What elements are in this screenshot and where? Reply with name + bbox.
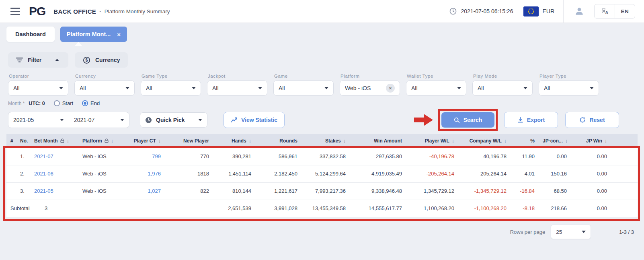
chevron-down-icon	[60, 119, 64, 121]
export-button[interactable]: Export	[504, 112, 558, 128]
cell-win_amount: 297,635.80	[350, 148, 406, 165]
filter-select-currency[interactable]: All	[74, 80, 135, 96]
language-label: EN	[621, 8, 629, 14]
column-header-player_wl[interactable]: Player W/L↓	[406, 134, 458, 148]
chevron-down-icon	[198, 119, 202, 121]
filter-select-platform[interactable]: Web - iOS×	[340, 80, 400, 96]
cell-player_ct[interactable]: 1,027	[125, 182, 165, 200]
tab-dashboard[interactable]: Dashboard	[6, 27, 55, 42]
column-header-idx[interactable]: #	[6, 134, 16, 148]
cell-player_ct[interactable]: 799	[125, 148, 165, 165]
lock-icon	[60, 138, 64, 143]
column-label: New Player	[183, 138, 209, 144]
column-label: Bet Month	[34, 138, 58, 144]
column-header-bet_month[interactable]: Bet Month↓	[30, 134, 78, 148]
filter-select-game-type[interactable]: All	[141, 80, 201, 96]
quick-pick-select[interactable]: Quick Pick	[140, 112, 207, 128]
hamburger-menu-icon[interactable]	[10, 8, 20, 15]
column-label: Player W/L	[425, 138, 449, 144]
subtotal-cell-stakes: 13,455,349.58	[301, 200, 350, 217]
cell-win_amount: 4,919,035.49	[350, 165, 406, 182]
filter-label-platform: Platform	[340, 74, 400, 78]
table-row: 3.2021-05Web - iOS1,027822810,1441,221,6…	[6, 182, 638, 200]
sort-desc-icon: ↓	[111, 138, 113, 144]
cell-bet_month[interactable]: 2021-05	[30, 182, 78, 200]
currency-toggle-button[interactable]: $ Currency	[75, 52, 128, 68]
top-bar: PG BACK OFFICE - Platform Monthly Summar…	[0, 0, 644, 23]
reset-button[interactable]: Reset	[565, 112, 619, 128]
search-button[interactable]: Search	[441, 112, 494, 128]
pagination-bar: Rows per page 25 1-3 / 3	[510, 225, 634, 239]
filter-toggle-label: Filter	[28, 57, 41, 63]
cell-new_player: 770	[165, 148, 213, 165]
column-header-jp_con[interactable]: JP-con...↓	[539, 134, 571, 148]
download-icon	[517, 117, 523, 123]
filter-value-player-type: All	[544, 85, 550, 91]
cell-pct: -16.84	[511, 182, 539, 200]
user-profile-icon[interactable]	[574, 6, 585, 17]
close-icon[interactable]: ×	[117, 31, 121, 37]
rows-per-page-select[interactable]: 25	[551, 225, 591, 239]
radio-start[interactable]: Start	[54, 100, 73, 106]
column-header-player_ct[interactable]: Player CT↓	[125, 134, 165, 148]
sort-desc-icon: ↓	[565, 138, 568, 144]
cell-bet_month[interactable]: 2021-06	[30, 165, 78, 182]
column-label: Win Amount	[374, 138, 402, 144]
cell-player_ct[interactable]: 1,976	[125, 165, 165, 182]
cell-no: 1.	[16, 148, 30, 165]
cell-company_wl: -1,345,729.12	[458, 182, 511, 200]
filter-play-mode: Play ModeAll	[472, 74, 533, 96]
view-statistic-button[interactable]: View Statistic	[224, 112, 285, 128]
filter-select-player-type[interactable]: All	[539, 80, 599, 96]
filter-value-platform: Web - iOS	[345, 85, 371, 91]
cell-rounds: 2,182,450	[255, 165, 301, 182]
cell-idx	[6, 165, 16, 182]
month-to-select[interactable]: 2021-07	[69, 112, 129, 128]
cell-no: 3.	[16, 182, 30, 200]
translate-icon: A	[601, 8, 609, 15]
filter-select-jackpot[interactable]: All	[207, 80, 267, 96]
column-header-jp_win[interactable]: JP Win↓	[571, 134, 638, 148]
filter-toggle-button[interactable]: Filter	[8, 52, 68, 68]
translate-button[interactable]: A	[595, 4, 615, 18]
tab-label: Platform Mont...	[67, 31, 111, 37]
cell-company_wl: 205,264.14	[458, 165, 511, 182]
column-label: JP-con...	[543, 138, 563, 144]
column-header-win_amount[interactable]: Win Amount	[350, 134, 406, 148]
cell-no: 2.	[16, 165, 30, 182]
radio-end[interactable]: End	[82, 100, 100, 106]
datetime-display: 2021-07-05 06:15:26	[461, 8, 513, 14]
column-header-hands[interactable]: Hands↓	[213, 134, 255, 148]
month-row: 2021-05 2021-07 Quick Pick View Statisti…	[8, 109, 636, 131]
tab-platform-monthly-summary[interactable]: Platform Mont... ×	[60, 27, 127, 42]
eu-flag-icon[interactable]	[523, 6, 539, 17]
chevron-down-icon	[590, 87, 594, 89]
filter-select-play-mode[interactable]: All	[472, 80, 533, 96]
subtotal-cell-win_amount: 14,555,617.77	[350, 200, 406, 217]
column-header-stakes[interactable]: Stakes↓	[301, 134, 350, 148]
column-header-no[interactable]: No.	[16, 134, 30, 148]
active-tab-pointer	[75, 42, 82, 46]
column-header-pct[interactable]: %	[511, 134, 539, 148]
filter-select-game[interactable]: All	[273, 80, 334, 96]
month-to-value: 2021-07	[74, 117, 94, 123]
cell-platform: Web - iOS	[78, 148, 125, 165]
column-header-platform[interactable]: Platform↓	[78, 134, 125, 148]
table-row: 2.2021-06Web - iOS1,97618181,451,1142,18…	[6, 165, 638, 182]
column-header-company_wl[interactable]: Company W/L↓	[458, 134, 511, 148]
month-from-select[interactable]: 2021-05	[8, 112, 69, 128]
filter-label-player-type: Player Type	[539, 74, 599, 78]
filter-value-play-mode: All	[478, 85, 484, 91]
column-header-rounds[interactable]: Rounds	[255, 134, 301, 148]
clear-icon[interactable]: ×	[386, 84, 395, 93]
annotation-arrow	[414, 113, 433, 126]
language-button[interactable]: EN	[615, 4, 635, 18]
sort-desc-icon: ↓	[452, 138, 454, 144]
column-label: %	[530, 138, 535, 144]
filter-label-currency: Currency	[75, 74, 135, 78]
cell-bet_month[interactable]: 2021-07	[30, 148, 78, 165]
filter-select-wallet-type[interactable]: All	[406, 80, 466, 96]
cell-player_wl: -205,264.14	[406, 165, 458, 182]
column-header-new_player[interactable]: New Player	[165, 134, 213, 148]
filter-select-operator[interactable]: All	[8, 80, 68, 96]
